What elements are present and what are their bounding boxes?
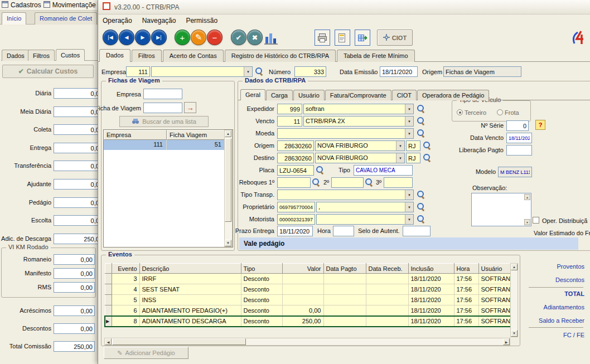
fichas-col-empresa[interactable]: Empresa	[104, 130, 167, 140]
eventos-hscrollbar[interactable]: ◀ ▶	[104, 338, 510, 346]
tab-dados[interactable]: Dados	[99, 49, 130, 62]
hora-input[interactable]	[333, 226, 354, 236]
eventos-col-header[interactable]: Data Pagto	[323, 264, 366, 274]
oper-distribuicao-checkbox[interactable]	[533, 217, 539, 224]
report-button[interactable]	[335, 30, 350, 46]
reboque2-search-icon[interactable]	[365, 178, 374, 187]
next-record-button[interactable]: ▶	[135, 30, 151, 45]
destino-uf-input[interactable]	[406, 153, 420, 163]
eventos-col-header[interactable]: Inclusão	[408, 264, 454, 274]
side-link-2[interactable]: TOTAL	[564, 290, 584, 297]
tab-filtros[interactable]: Filtros	[132, 50, 162, 62]
export-button[interactable]	[355, 30, 370, 46]
adicionar-pedagio-button[interactable]: ✎ Adicionar Pedágio	[104, 347, 188, 359]
scroll-down-icon[interactable]: ▼	[524, 219, 530, 225]
vencto-search-icon[interactable]	[417, 117, 425, 125]
tipo-veiculo-input[interactable]	[354, 165, 413, 176]
origem-search-icon[interactable]	[423, 141, 432, 150]
tab-ciot[interactable]: CIOT	[392, 90, 417, 100]
tab-carga[interactable]: Carga	[266, 90, 293, 100]
reboque1-input[interactable]	[277, 177, 311, 188]
previous-record-button[interactable]: ◀	[119, 30, 134, 45]
fichas-row[interactable]: 11151	[104, 140, 233, 150]
dropdown-arrow-icon[interactable]: ▼	[396, 141, 404, 151]
selo-autent-input[interactable]	[403, 226, 431, 236]
scroll-down-icon[interactable]: ▼	[225, 240, 231, 246]
fichas-vscrollbar[interactable]: ▲ ▼	[224, 130, 233, 247]
dropdown-arrow-icon[interactable]: ▼	[396, 153, 404, 163]
placa-search-icon[interactable]	[316, 166, 325, 174]
side-link-3[interactable]: Adiantamentos	[544, 304, 584, 310]
tab-registro-historico[interactable]: Registro de Histórico do CTRB/RPA	[225, 50, 336, 62]
proprietario-search-icon[interactable]	[417, 202, 425, 211]
go-to-ficha-button[interactable]: →	[184, 102, 196, 113]
side-link-4[interactable]: Saldo a Receber	[539, 317, 584, 324]
moeda-search-icon[interactable]	[417, 129, 425, 138]
eventos-col-header[interactable]: Data Receb.	[366, 264, 408, 274]
dropdown-arrow-icon[interactable]: ▼	[405, 202, 413, 212]
eventos-vscrollbar[interactable]: ▲ ▼	[510, 263, 518, 337]
eventos-row[interactable]: 3IRRFDesconto18/11/202017:56SOFTRAN	[105, 274, 513, 284]
tab-acerto-de-contas[interactable]: Acerto de Contas	[163, 50, 224, 62]
reboque3-input[interactable]	[384, 177, 413, 188]
tab-geral[interactable]: Geral	[240, 89, 265, 100]
vale-pedagio-header[interactable]: Vale pedágio	[239, 237, 578, 250]
scroll-down-icon[interactable]: ▼	[511, 330, 518, 337]
eventos-row[interactable]: 6ADIANTAMENTO PEDAGIO(+)Desconto0,0018/1…	[105, 305, 513, 316]
radio-frota[interactable]	[497, 109, 503, 115]
scrollbar-thumb[interactable]	[112, 338, 246, 345]
moeda-combo[interactable]: ▼	[277, 128, 414, 139]
origem-doc-input[interactable]	[443, 66, 521, 77]
scroll-up-icon[interactable]: ▲	[511, 264, 518, 270]
motorista-search-icon[interactable]	[417, 215, 425, 224]
dropdown-arrow-icon[interactable]: ▼	[405, 104, 413, 114]
proprietario-combo[interactable]: , ▼	[316, 202, 414, 212]
vikm-0-input[interactable]	[54, 254, 95, 265]
summary-0-input[interactable]	[54, 305, 95, 316]
motorista-code-input[interactable]	[277, 214, 315, 225]
prazo-entrega-input[interactable]	[277, 226, 313, 236]
help-button[interactable]: ?	[535, 120, 545, 130]
fichas-empresa-input[interactable]	[143, 89, 182, 99]
add-button[interactable]: +	[175, 30, 190, 45]
empresa-search-icon[interactable]	[255, 67, 264, 76]
proprietario-code-input[interactable]	[277, 202, 315, 212]
tab-fatura-comprovante[interactable]: Fatura/Comprovante	[325, 90, 391, 100]
summary-2-input[interactable]	[54, 341, 95, 352]
tab-tabela-frete-minimo[interactable]: Tabela de Frete Mínimo	[337, 50, 415, 62]
origem-uf-input[interactable]	[406, 140, 420, 151]
empresa-code-input[interactable]	[126, 66, 150, 77]
eventos-col-header[interactable]: Tipo	[241, 264, 282, 274]
scroll-up-icon[interactable]: ▲	[524, 194, 530, 200]
destino-search-icon[interactable]	[423, 153, 432, 162]
side-link-1[interactable]: Descontos	[555, 276, 584, 283]
dropdown-arrow-icon[interactable]: ▼	[405, 129, 413, 138]
origem-code-input[interactable]	[277, 140, 314, 151]
statistics-chart-icon[interactable]	[264, 31, 279, 46]
print-button[interactable]	[315, 30, 330, 46]
scrollbar-thumb[interactable]	[225, 138, 231, 222]
vikm-1-input[interactable]	[54, 268, 95, 279]
reboque1-search-icon[interactable]	[312, 178, 321, 187]
first-record-button[interactable]: |◀	[103, 30, 118, 45]
cancel-button[interactable]: ✖	[247, 30, 263, 45]
expedidor-search-icon[interactable]	[417, 104, 425, 113]
reboque2-input[interactable]	[331, 177, 364, 188]
dropdown-arrow-icon[interactable]: ▼	[405, 215, 413, 224]
vencto-code-input[interactable]	[277, 116, 302, 127]
ciot-button[interactable]: CIOT	[377, 30, 413, 46]
menu-permissao[interactable]: Permissão	[186, 17, 217, 25]
eventos-row[interactable]: ▶8ADIANTAMENTO DESCARGADesconto250,0018/…	[105, 316, 513, 327]
delete-button[interactable]: −	[207, 30, 223, 45]
menu-navegacao[interactable]: Navegação	[142, 17, 176, 25]
expedidor-combo[interactable]: softran ▼	[303, 104, 414, 114]
menu-operacao[interactable]: Operação	[103, 17, 132, 25]
fichas-ficha-input[interactable]	[143, 103, 182, 113]
destino-combo[interactable]: NOVA FRIBURGO ▼	[315, 153, 405, 163]
window-titlebar[interactable]: v3.20.00 - CTRB/RPA	[98, 0, 590, 14]
tab-operadora-pedagio[interactable]: Operadora de Pedágio	[417, 90, 489, 100]
eventos-col-header[interactable]: Valor	[282, 264, 323, 274]
data-vencto-input[interactable]	[506, 133, 532, 143]
side-link-5[interactable]: FC / FE	[563, 332, 584, 338]
tab-usuario[interactable]: Usuário	[293, 90, 325, 100]
